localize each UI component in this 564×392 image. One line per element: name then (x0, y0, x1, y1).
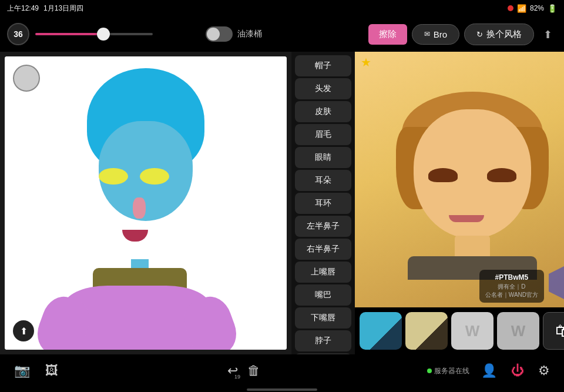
change-style-label: 换个风格 (486, 29, 522, 40)
gallery-icon: 🖼 (45, 363, 58, 378)
oil-bucket-switch[interactable] (206, 26, 233, 42)
anime-eye-right (487, 168, 516, 182)
brush-slider-track[interactable] (35, 33, 153, 35)
status-left: 上午12:49 1月13日周四 (7, 4, 83, 14)
ref-account: 公名者｜WAND官方 (485, 291, 538, 299)
menu-item-upper-lip[interactable]: 上嘴唇 (295, 262, 351, 283)
delete-icon: 🗑 (247, 363, 260, 378)
canvas-wrapper[interactable]: ⬆ (5, 56, 287, 350)
brush-slider-thumb[interactable] (97, 28, 110, 41)
anime-character (396, 92, 549, 274)
status-bar: 上午12:49 1月13日周四 📶 82% 🔋 (0, 0, 564, 16)
style-swatches: W W 🛍 (355, 307, 564, 354)
reference-top-icons: ★ (361, 55, 371, 69)
status-text: 服务器在线 (434, 366, 469, 376)
undo-count: 19 (234, 374, 240, 380)
reference-info-box: #PTBwM5 拥有全｜D 公名者｜WAND官方 (479, 270, 544, 303)
swatch-bag[interactable]: 🛍 (543, 312, 564, 350)
ref-tag: #PTBwM5 (485, 273, 538, 282)
oil-bucket-toggle: 油漆桶 (206, 26, 262, 42)
menu-item-neck[interactable]: 脖子 (295, 330, 351, 351)
menu-item-earring[interactable]: 耳环 (295, 193, 351, 214)
nose-drawing (133, 197, 146, 219)
upload-arrow-icon: ⬆ (20, 326, 28, 337)
hex-icon (549, 265, 564, 300)
camera-icon: 📷 (14, 363, 30, 378)
swatch-w2-label: W (511, 322, 526, 340)
canvas-preview (5, 56, 287, 350)
camera-button[interactable]: 📷 (12, 361, 32, 381)
swatch-blue[interactable] (360, 312, 402, 350)
menu-item-hair[interactable]: 头发 (295, 78, 351, 99)
share-icon: ⬆ (543, 29, 552, 41)
anime-mouth (449, 215, 484, 222)
brush-size-display: 36 (7, 23, 29, 45)
status-dot (427, 368, 432, 373)
bottom-center: ↩ 19 🗑 (61, 363, 427, 378)
swatch-beige[interactable] (405, 312, 448, 350)
delete-button[interactable]: 🗑 (247, 363, 260, 378)
power-icon: ⏻ (511, 363, 524, 378)
person-icon: 👤 (481, 363, 497, 378)
erase-button[interactable]: 擦除 (368, 24, 407, 45)
bro-icon: ✉ (424, 30, 430, 38)
battery-icon: 🔋 (548, 4, 557, 13)
toolbar-right: 擦除 ✉ Bro ↻ 换个风格 ⬆ (368, 24, 557, 45)
menu-item-mouth[interactable]: 嘴巴 (295, 284, 351, 306)
home-indicator (0, 387, 564, 392)
status-right: 📶 82% 🔋 (508, 4, 557, 13)
menu-item-eye[interactable]: 眼睛 (295, 147, 351, 168)
record-indicator (508, 5, 513, 11)
settings-icon: ⚙ (538, 363, 550, 378)
bottom-toolbar: 📷 🖼 ↩ 19 🗑 服务器在线 👤 ⏻ (0, 354, 564, 387)
swatch-w1-label: W (465, 322, 480, 340)
date: 1月13日周四 (43, 4, 83, 14)
bro-button[interactable]: ✉ Bro (412, 24, 459, 45)
time: 上午12:49 (7, 4, 39, 14)
bottom-right: 服务器在线 👤 ⏻ ⚙ (427, 361, 552, 381)
toggle-knob (207, 28, 220, 41)
top-toolbar: 36 油漆桶 擦除 ✉ Bro ↻ 换个风格 ⬆ (0, 16, 564, 52)
power-button[interactable]: ⏻ (509, 361, 526, 381)
right-panel: ★ ⬆ #PTBwM5 拥有全｜D 公名者｜WAND官方 (355, 52, 564, 354)
swatch-w1[interactable]: W (451, 312, 494, 350)
color-preview[interactable] (13, 65, 40, 92)
canvas-section: ⬆ (0, 52, 291, 354)
person-button[interactable]: 👤 (479, 361, 499, 381)
menu-item-lower-lip[interactable]: 下嘴唇 (295, 307, 351, 329)
menu-item-nose-right[interactable]: 右半鼻子 (295, 239, 351, 260)
refresh-icon: ↻ (476, 30, 483, 39)
menu-panel: 帽子 头发 皮肤 眉毛 眼睛 耳朵 耳环 左半鼻子 右半鼻子 上嘴唇 嘴巴 下嘴… (291, 52, 355, 354)
undo-button[interactable]: ↩ 19 (227, 363, 238, 378)
settings-button[interactable]: ⚙ (536, 361, 552, 381)
menu-item-hat[interactable]: 帽子 (295, 55, 351, 76)
menu-item-eyebrow[interactable]: 眉毛 (295, 124, 351, 145)
wifi-icon: 📶 (517, 4, 526, 13)
bottom-left-tools: 📷 🖼 (12, 361, 61, 381)
menu-item-nose-left[interactable]: 左半鼻子 (295, 216, 351, 237)
anime-eye-left (428, 168, 458, 182)
eye-right-drawing (140, 168, 169, 185)
server-status: 服务器在线 (427, 366, 469, 376)
change-style-button[interactable]: ↻ 换个风格 (464, 24, 534, 45)
reference-image: ★ ⬆ #PTBwM5 拥有全｜D 公名者｜WAND官方 (355, 52, 564, 307)
bro-label: Bro (434, 29, 447, 39)
gallery-button[interactable]: 🖼 (43, 361, 61, 381)
share-button[interactable]: ⬆ (539, 25, 557, 43)
star-icon[interactable]: ★ (361, 55, 371, 69)
oil-bucket-label: 油漆桶 (237, 29, 262, 39)
home-bar (247, 388, 317, 391)
ref-sub: 拥有全｜D (485, 283, 538, 291)
battery-text: 82% (530, 4, 544, 12)
content-area: ⬆ 帽子 头发 皮肤 眉毛 眼睛 耳朵 耳环 左半鼻子 右半鼻子 上嘴唇 嘴巴 … (0, 52, 564, 354)
menu-item-ear[interactable]: 耳朵 (295, 170, 351, 191)
swatch-w2[interactable]: W (497, 312, 539, 350)
eye-left-drawing (99, 168, 128, 185)
bag-icon: 🛍 (555, 321, 564, 341)
main-layout: 36 油漆桶 擦除 ✉ Bro ↻ 换个风格 ⬆ (0, 16, 564, 392)
menu-item-skin[interactable]: 皮肤 (295, 101, 351, 122)
upload-icon[interactable]: ⬆ (13, 320, 34, 341)
reference-overlay: #PTBwM5 拥有全｜D 公名者｜WAND官方 (355, 260, 564, 307)
